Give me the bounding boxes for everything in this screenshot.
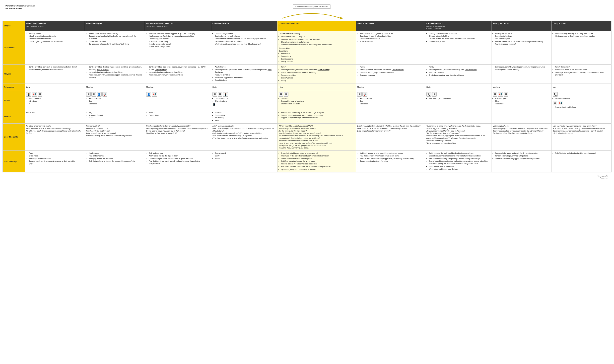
monitor-icon-4: 🖥	[212, 92, 217, 97]
footer-brand: SayYeah! Feb 2016	[597, 175, 608, 179]
stage-living-home: Living at home	[551, 21, 611, 31]
players-cell-8: Service providers (downgrading company, …	[491, 65, 551, 83]
user-thoughts-cell-3: How long can the family take on care/dai…	[145, 124, 211, 151]
players-cell-4: Adult children Service providers (retire…	[211, 65, 277, 83]
tactics-cell-7	[425, 110, 491, 123]
media-label: Media	[3, 91, 25, 110]
stage-purchase: Purchase Decision Final Review—2-3 weeks…	[425, 21, 491, 31]
user-tasks-cell-8: Pack up the old home Downsize belongings…	[491, 31, 551, 65]
user-tasks-cell-6: Book tours M-F during working hours or a…	[356, 31, 425, 65]
user-feelings-cell-8: Sadness to be giving up the old family h…	[491, 150, 551, 172]
user-feelings-cell-3: Guilt and sadness Worry about making the…	[145, 150, 211, 172]
stage-external-research: External Research	[211, 21, 277, 31]
phone-icon: 📞	[426, 92, 431, 97]
players-cell-2: Service providers (Seniors transportatio…	[85, 65, 145, 83]
relevance-label: Relevance	[3, 83, 25, 91]
mobile-icon: 📱	[26, 92, 31, 97]
relevance-cell-5: High	[277, 83, 356, 91]
user-tasks-label: User Tasks	[3, 31, 25, 65]
tactics-cell-8	[491, 110, 551, 123]
players-cell-7: Family Service providers (retirement/com…	[425, 65, 491, 83]
relevance-cell-7: High	[425, 83, 491, 91]
tactics-cell-5: Resource for when living at home is no l…	[277, 110, 356, 123]
stage-comparison: Comparison of Options ➔	[277, 21, 356, 31]
user-thoughts-row: User Thoughts I'm afraid for my parent's…	[3, 124, 612, 151]
user-thoughts-cell-1: I'm afraid for my parent's safety. Will …	[25, 124, 85, 151]
relevance-cell-9: Low	[551, 83, 611, 91]
user-thoughts-cell-5: Will my parent be able to live here unti…	[277, 124, 356, 151]
user-feelings-cell-4: Overwhelmed Guilty Shock	[211, 150, 277, 172]
relevance-row: Relevance Low Medium Medium High High Me…	[3, 83, 612, 91]
megaphone-icon-5: 📢	[498, 92, 503, 97]
monitor-icon-2: 🖥	[86, 92, 91, 97]
players-cell-5: Family Service providers (retirement hom…	[277, 65, 356, 83]
monitor-icon: 🖥	[38, 92, 42, 97]
players-cell-1: Service providers (care staff at hospita…	[25, 65, 85, 83]
media-row: Media 📱 📢 🖥 Social channels Advertising …	[3, 91, 612, 110]
megaphone-icon-6: 📢	[558, 101, 563, 105]
user-thoughts-cell-8: No looking back now. What belongings do …	[491, 124, 551, 151]
relevance-cell-2: Medium	[85, 83, 145, 91]
monitor-icon-3: 🖥	[91, 92, 96, 97]
players-cell-9: Family (immediate) New friends made at t…	[551, 65, 611, 83]
page-title: Parent Care Customer Journey for Adult C…	[5, 4, 35, 10]
user-feelings-cell-7: Guilt regarding the feelings of burden t…	[425, 150, 491, 172]
user-feelings-row: User Feelings Panic Crisis mode Reacting…	[3, 150, 612, 172]
stages-label: Stages	[3, 21, 25, 31]
players-cell-3: Service providers (real estate agents, g…	[145, 65, 211, 83]
media-cell-1: 📱 📢 🖥 Social channels Advertising PR	[25, 91, 85, 110]
relevance-cell-6: Medium	[356, 83, 425, 91]
players-row: Players Service providers (care staff at…	[3, 65, 612, 83]
players-label: Players	[3, 65, 25, 83]
relevance-cell-1: Low	[25, 83, 85, 91]
user-feelings-cell-6: Ambiguity around what to expect from ret…	[356, 150, 425, 172]
tactics-cell-6	[356, 110, 425, 123]
user-thoughts-cell-6: Who is running the tour, where is it, wh…	[356, 124, 425, 151]
user-thoughts-cell-4: I don't know where to begin. I don't hav…	[211, 124, 277, 151]
stage-internal-disc: Internal Discussion of Options Search an…	[145, 21, 211, 31]
info-note: If more information or options are requi…	[293, 4, 331, 9]
monitor-icon-12: 🖥	[553, 101, 557, 105]
monitor-icon-10: 🖥	[493, 92, 497, 97]
media-cell-2: 🖥 🖥 👤 📢 Ask our experts Blog Resources	[85, 91, 145, 110]
media-cell-3: 👤 📢	[145, 91, 211, 110]
media-cell-6: 🖥 📢 Ask our experts Blog Resources	[356, 91, 425, 110]
user-feelings-cell-9: Relief but also guilt about not visiting…	[551, 150, 611, 172]
user-feelings-cell-1: Panic Crisis mode Reacting to immediate …	[25, 150, 85, 172]
user-tasks-cell-9: Shift from being a caregiver to being an…	[551, 31, 611, 65]
tactics-cell-1: Awareness	[25, 110, 85, 123]
user-tasks-row: User Tasks Planning funeral Attending sp…	[3, 31, 612, 65]
relevance-cell-4: High	[211, 83, 277, 91]
stage-moving-in: Moving into home	[491, 21, 551, 31]
tactics-cell-4: Advisors Partnerships Advertising SEO	[211, 110, 277, 123]
monitor-icon-6: 🖥	[279, 92, 283, 97]
tactics-cell-2: FAQ Resource Content SEO	[85, 110, 145, 123]
monitor-icon-5: 🖥	[218, 92, 222, 97]
mobile-icon-2: 📱	[223, 92, 228, 97]
user-thoughts-cell-9: How can I make my parent know that I car…	[551, 124, 611, 151]
megaphone-icon-4: 📢	[362, 92, 367, 97]
monitor-icon-11: 🖥	[504, 92, 508, 97]
tactics-label: Tactics	[3, 110, 25, 123]
relevance-cell-3: Medium	[145, 83, 211, 91]
stage-problem-analysis: Problem Analysis	[85, 21, 145, 31]
media-cell-4: 🖥 🖥 📱 Search locations Share locations 📱	[211, 91, 277, 110]
monitor-icon-9: 🖥	[432, 92, 437, 97]
user-feelings-cell-5: Overwhelmed at the variables to be consi…	[277, 150, 356, 172]
players-cell-6: Family Service providers (banks and inst…	[356, 65, 425, 83]
user-tasks-cell-4: Conduct Google search Seek out word of m…	[211, 31, 277, 65]
user-tasks-cell-2: Search for resources (offline, internet)…	[85, 31, 145, 65]
user-thoughts-cell-2: How serious is it? How safe is it to liv…	[85, 124, 145, 151]
media-cell-9: 📞 Customer followup 🖥 📢 Important date n…	[551, 91, 611, 110]
megaphone-icon-3: 📢	[152, 92, 157, 97]
stage-problem-id: Problem Identification Define Need—1-2 w…	[25, 21, 85, 31]
person-icon: 👤	[97, 92, 102, 97]
megaphone-icon-2: 📢	[102, 92, 107, 97]
media-cell-8: 🖥 📢 🖥 Ask our experts Blog Resources	[491, 91, 551, 110]
tactics-row: Tactics Awareness FAQ Resource Content S…	[3, 110, 612, 123]
monitor-icon-7: 🖥	[284, 92, 288, 97]
monitor-icon-8: 🖥	[357, 92, 362, 97]
user-thoughts-label: User Thoughts	[3, 124, 25, 151]
user-tasks-cell-7: Looking at finances/sale of the home Dis…	[425, 31, 491, 65]
media-cell-7: 📞 🖥 Tour booking & confirmation	[425, 91, 491, 110]
